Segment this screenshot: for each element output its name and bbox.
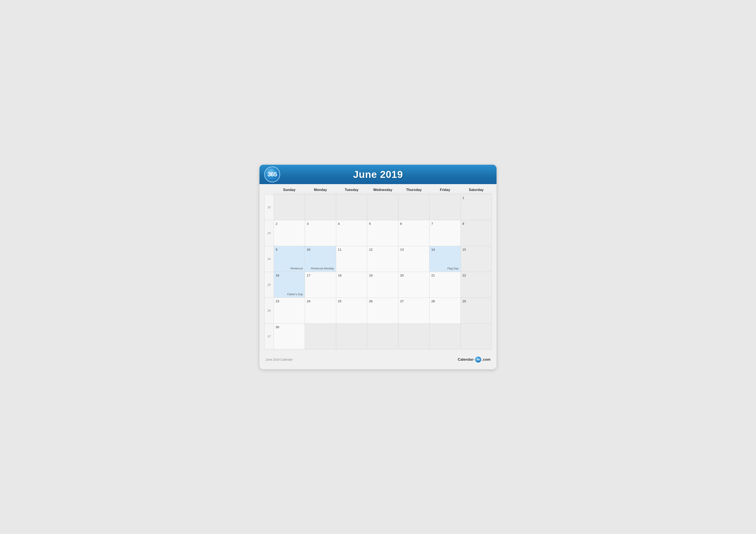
- day-number: 30: [276, 325, 303, 329]
- calendar-cell-w1d2: 4: [336, 220, 367, 246]
- calendar-cell-w4d0: 23: [274, 298, 305, 324]
- day-number: 26: [369, 299, 396, 303]
- dow-saturday: Saturday: [461, 186, 492, 193]
- calendar-page: 365 June 2019 Sunday Monday Tuesday Wedn…: [259, 165, 497, 369]
- calendar-cell-w4d4: 27: [398, 298, 429, 324]
- calendar-cell-w5d2: [336, 324, 367, 349]
- dow-sunday: Sunday: [274, 186, 305, 193]
- footer-badge: 365: [475, 356, 481, 363]
- day-number: 14: [431, 248, 459, 251]
- day-number: 6: [400, 222, 428, 225]
- calendar-cell-w3d3: 19: [367, 272, 398, 298]
- calendar-cell-w3d1: 17: [305, 272, 336, 298]
- week-number-24: 24: [264, 246, 274, 272]
- week-number-25: 25: [264, 272, 274, 298]
- calendar-cell-w1d0: 2: [274, 220, 305, 246]
- calendar-cell-w4d3: 26: [367, 298, 398, 324]
- calendar-cell-w1d3: 5: [367, 220, 398, 246]
- calendar-cell-w5d6: [461, 324, 492, 349]
- calendar-cell-w3d6: 22: [461, 272, 492, 298]
- footer-right: Calendar-365.com: [458, 356, 491, 363]
- calendar-cell-w2d3: 12: [367, 246, 398, 272]
- footer-dot-com: .com: [482, 357, 491, 362]
- calendar-cell-w5d1: [305, 324, 336, 349]
- calendar-grid: 221232345678249Pentecost10Pentecost Mond…: [264, 194, 492, 349]
- day-number: 21: [431, 273, 459, 277]
- calendar-cell-w4d6: 29: [461, 298, 492, 324]
- week-number-23: 23: [264, 220, 274, 246]
- dow-friday: Friday: [429, 186, 461, 193]
- day-number: 12: [369, 248, 396, 251]
- day-number: 18: [338, 273, 365, 277]
- calendar-cell-w2d4: 13: [398, 246, 429, 272]
- calendar-cell-w2d0: 9Pentecost: [274, 246, 305, 272]
- day-number: 9: [276, 248, 303, 251]
- calendar-cell-w4d5: 28: [429, 298, 461, 324]
- calendar-cell-w1d5: 7: [429, 220, 461, 246]
- day-number: 11: [338, 248, 365, 251]
- day-number: 23: [276, 299, 303, 303]
- calendar-cell-w3d5: 21: [429, 272, 461, 298]
- calendar-footer: June 2019 Calendar Calendar-365.com: [259, 354, 497, 363]
- calendar-cell-w2d2: 11: [336, 246, 367, 272]
- calendar-cell-w0d6: 1: [461, 194, 492, 220]
- day-number: 24: [307, 299, 334, 303]
- calendar-cell-w0d1: [305, 194, 336, 220]
- day-number: 10: [307, 248, 334, 251]
- calendar-cell-w0d0: [274, 194, 305, 220]
- event-label: Father's Day: [287, 292, 303, 296]
- event-label: Pentecost Monday: [311, 267, 334, 270]
- day-number: 7: [431, 222, 459, 225]
- calendar-cell-w0d3: [367, 194, 398, 220]
- dow-tuesday: Tuesday: [336, 186, 367, 193]
- calendar-cell-w3d4: 20: [398, 272, 429, 298]
- calendar-cell-w5d4: [398, 324, 429, 349]
- day-number: 5: [369, 222, 396, 225]
- day-number: 4: [338, 222, 365, 225]
- calendar-cell-w5d3: [367, 324, 398, 349]
- calendar-cell-w2d5: 14Flag Day: [429, 246, 461, 272]
- day-number: 20: [400, 273, 428, 277]
- week-num-spacer: [264, 186, 274, 193]
- calendar-header: 365 June 2019: [259, 165, 497, 184]
- calendar-cell-w5d0: 30: [274, 324, 305, 349]
- day-of-week-header: Sunday Monday Tuesday Wednesday Thursday…: [264, 186, 492, 193]
- day-number: 29: [463, 299, 490, 303]
- week-number-22: 22: [264, 194, 274, 220]
- logo-badge: 365: [264, 166, 280, 182]
- week-number-27: 27: [264, 324, 274, 349]
- event-label: Pentecost: [290, 267, 303, 270]
- calendar-cell-w4d2: 25: [336, 298, 367, 324]
- dow-thursday: Thursday: [398, 186, 429, 193]
- day-number: 28: [431, 299, 459, 303]
- calendar-cell-w2d6: 15: [461, 246, 492, 272]
- calendar-cell-w1d1: 3: [305, 220, 336, 246]
- day-number: 17: [307, 273, 334, 277]
- calendar-cell-w1d4: 6: [398, 220, 429, 246]
- dow-monday: Monday: [305, 186, 336, 193]
- day-number: 8: [463, 222, 490, 225]
- calendar-cell-w2d1: 10Pentecost Monday: [305, 246, 336, 272]
- day-number: 25: [338, 299, 365, 303]
- calendar-cell-w3d0: 16Father's Day: [274, 272, 305, 298]
- event-label: Flag Day: [447, 267, 459, 270]
- day-number: 2: [276, 222, 303, 225]
- day-number: 13: [400, 248, 428, 251]
- calendar-cell-w0d4: [398, 194, 429, 220]
- day-number: 3: [307, 222, 334, 225]
- footer-cal-prefix: Calendar-: [458, 357, 474, 362]
- footer-left-text: June 2019 Calendar: [265, 358, 293, 361]
- day-number: 19: [369, 273, 396, 277]
- day-number: 22: [463, 273, 490, 277]
- calendar-cell-w4d1: 24: [305, 298, 336, 324]
- week-number-26: 26: [264, 298, 274, 324]
- calendar-cell-w5d5: [429, 324, 461, 349]
- calendar-cell-w3d2: 18: [336, 272, 367, 298]
- day-number: 27: [400, 299, 428, 303]
- calendar-cell-w1d6: 8: [461, 220, 492, 246]
- calendar-body: Sunday Monday Tuesday Wednesday Thursday…: [259, 184, 497, 352]
- dow-wednesday: Wednesday: [367, 186, 398, 193]
- calendar-title: June 2019: [266, 168, 490, 180]
- day-number: 15: [463, 248, 490, 251]
- day-number: 1: [463, 196, 490, 200]
